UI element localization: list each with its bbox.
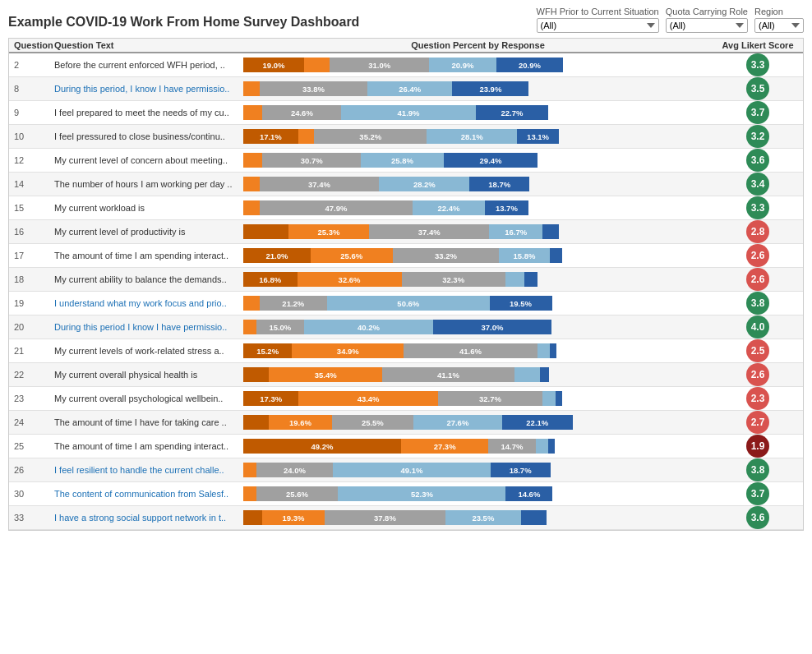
- bar-segment: [243, 153, 262, 168]
- bar-segment: 37.4%: [369, 224, 489, 239]
- bar-segment: 15.2%: [243, 343, 292, 358]
- cell-score: 3.6: [713, 506, 803, 529]
- bar-segment: [243, 320, 256, 334]
- wfh-filter-group: WFH Prior to Current Situation (All): [537, 7, 659, 33]
- table-row: 19I understand what my work focus and pr…: [9, 292, 803, 315]
- score-circle: 2.8: [746, 220, 769, 243]
- cell-question-text: The number of hours I am working per day…: [54, 179, 243, 189]
- cell-chart: 47.9%22.4%13.7%: [243, 199, 713, 217]
- cell-chart: 19.6%25.5%27.6%22.1%: [243, 413, 713, 431]
- bar-segment: [524, 272, 537, 287]
- bar-segment: [550, 248, 563, 263]
- cell-score: 2.6: [713, 363, 803, 386]
- bar-segment: 17.1%: [243, 129, 298, 144]
- bar-segment: 27.3%: [401, 439, 488, 454]
- quota-filter-select[interactable]: (All): [666, 18, 748, 33]
- cell-question-num: 20: [9, 322, 54, 332]
- bar-segment: [556, 391, 562, 406]
- cell-question-text: I feel pressured to close business/conti…: [54, 131, 243, 141]
- bar-segment: 16.7%: [489, 224, 542, 239]
- cell-chart: 16.8%32.6%32.3%: [243, 270, 713, 288]
- bar-segment: 41.9%: [341, 105, 475, 120]
- bar-segment: 25.5%: [332, 415, 413, 430]
- region-filter-group: Region (All): [754, 7, 804, 33]
- region-filter-label: Region: [754, 7, 804, 16]
- bar-segment: 43.4%: [298, 391, 437, 406]
- bar-segment: 41.1%: [382, 367, 514, 382]
- filters-container: WFH Prior to Current Situation (All) Quo…: [537, 7, 804, 33]
- cell-question-text: My current levels of work-related stress…: [54, 346, 243, 356]
- cell-score: 2.3: [713, 387, 803, 410]
- bar-segment: 30.7%: [262, 153, 361, 168]
- cell-question-num: 25: [9, 441, 54, 451]
- bar-segment: 15.0%: [256, 320, 305, 334]
- cell-question-num: 30: [9, 489, 54, 499]
- quota-filter-group: Quota Carrying Role (All): [666, 7, 748, 33]
- cell-question-num: 15: [9, 203, 54, 213]
- bar-segment: 16.8%: [243, 272, 298, 287]
- cell-score: 1.9: [713, 435, 803, 458]
- cell-question-num: 12: [9, 155, 54, 165]
- cell-question-num: 22: [9, 370, 54, 380]
- table-row: 18My current ability to balance the dema…: [9, 268, 803, 292]
- bar-segment: [542, 224, 559, 239]
- wfh-filter-select[interactable]: (All): [537, 18, 659, 33]
- bar-segment: [243, 177, 260, 191]
- bar-segment: 21.2%: [260, 296, 328, 311]
- bar-segment: 24.0%: [256, 463, 334, 477]
- bar-segment: 37.0%: [433, 320, 551, 334]
- cell-question-text: My current level of productivity is: [54, 227, 243, 237]
- bar-segment: 26.4%: [367, 81, 452, 96]
- cell-question-text: The amount of time I am spending interac…: [54, 441, 243, 451]
- bar-segment: [243, 486, 256, 501]
- bar-segment: 14.6%: [505, 486, 552, 501]
- cell-question-num: 9: [9, 108, 54, 117]
- bar-segment: [243, 510, 262, 525]
- table-row: 14The number of hours I am working per d…: [9, 173, 803, 196]
- bar-segment: [298, 129, 315, 144]
- region-filter-select[interactable]: (All): [754, 18, 804, 33]
- score-circle: 4.0: [746, 315, 769, 339]
- header-qtext: Question Text: [54, 40, 243, 50]
- cell-question-num: 14: [9, 179, 54, 189]
- cell-chart: 19.0%31.0%20.9%20.9%: [243, 56, 713, 74]
- cell-question-text: I feel resilient to handle the current c…: [54, 465, 243, 475]
- bar-segment: [542, 391, 556, 406]
- cell-question-num: 23: [9, 394, 54, 403]
- bar-segment: 22.4%: [413, 200, 484, 215]
- cell-question-num: 17: [9, 251, 54, 260]
- bar-segment: 25.6%: [311, 248, 393, 263]
- bar-segment: [243, 200, 260, 215]
- table-row: 26I feel resilient to handle the current…: [9, 458, 803, 482]
- score-circle: 2.7: [746, 411, 769, 434]
- bar-segment: 24.6%: [262, 105, 341, 120]
- cell-chart: 25.3%37.4%16.7%: [243, 223, 713, 241]
- cell-score: 2.8: [713, 220, 803, 243]
- bar-segment: [243, 367, 269, 382]
- bar-segment: 33.2%: [393, 248, 499, 263]
- bar-segment: 25.8%: [361, 153, 444, 168]
- bar-segment: 13.7%: [485, 200, 528, 215]
- bar-segment: 18.7%: [491, 463, 551, 477]
- bar-segment: 28.1%: [427, 129, 517, 144]
- cell-score: 3.3: [713, 196, 803, 219]
- score-circle: 3.3: [746, 196, 769, 219]
- cell-score: 3.3: [713, 53, 803, 76]
- table-row: 15My current workload is47.9%22.4%13.7%3…: [9, 196, 803, 220]
- score-circle: 1.9: [746, 435, 769, 458]
- cell-chart: 25.6%52.3%14.6%: [243, 485, 713, 503]
- cell-question-text: During this period, I know I have permis…: [54, 84, 243, 94]
- score-circle: 2.6: [746, 244, 769, 267]
- bar-segment: 14.7%: [488, 439, 535, 454]
- cell-chart: 37.4%28.2%18.7%: [243, 175, 713, 193]
- quota-filter-label: Quota Carrying Role: [666, 7, 748, 16]
- table-row: 30The content of communication from Sale…: [9, 482, 803, 506]
- bar-segment: 23.9%: [452, 81, 528, 96]
- score-circle: 3.6: [746, 506, 769, 529]
- bar-segment: [243, 81, 260, 96]
- bar-segment: [514, 367, 540, 382]
- score-circle: 3.2: [746, 125, 769, 148]
- table-row: 16My current level of productivity is25.…: [9, 220, 803, 244]
- bar-segment: [505, 272, 524, 287]
- bar-segment: [550, 343, 556, 358]
